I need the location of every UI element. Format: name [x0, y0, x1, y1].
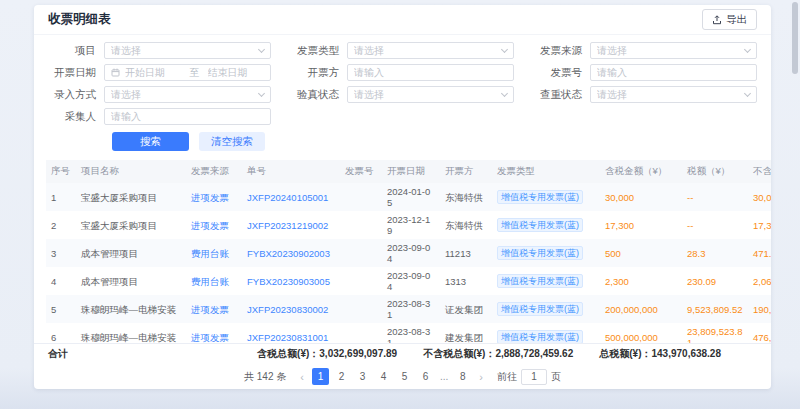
invoice-type-tag: 增值税专用发票(蓝)	[497, 246, 583, 260]
invoice-type-tag: 增值税专用发票(蓝)	[497, 302, 583, 316]
page-title: 收票明细表	[48, 11, 111, 28]
invoice-date-range-picker[interactable]: 开始日期 至 结束日期	[104, 64, 271, 81]
project-select[interactable]: 请选择	[104, 42, 271, 59]
cell-invoice-source-link[interactable]: 进项发票	[186, 323, 242, 343]
invoice-table-wrap: 序号 项目名称 发票来源 单号 发票号 开票日期 开票方 发票类型 含税金额（¥…	[34, 158, 771, 343]
cell-order-no-link[interactable]: JXFP20240105001	[242, 183, 340, 211]
page-ellipsis: ...	[438, 371, 450, 382]
invoice-type-label: 发票类型	[291, 44, 347, 58]
cell-payer: 东海特供	[440, 183, 492, 211]
cell-invoice-source-link[interactable]: 费用台账	[186, 267, 242, 295]
dup-status-label: 查重状态	[534, 88, 590, 102]
invoice-no-label: 发票号	[534, 66, 590, 80]
export-button[interactable]: 导出	[702, 9, 757, 30]
page-list: 123456...8	[312, 368, 471, 385]
invoice-detail-panel: 收票明细表 导出 项目 请选择 发票类型 请选择	[34, 5, 771, 389]
cell-order-no-link[interactable]: FYBX20230902003	[242, 239, 340, 267]
table-row[interactable]: 1宝盛大厦采购项目进项发票JXFP202401050012024-01-05东海…	[46, 183, 771, 211]
payer-input[interactable]	[347, 64, 514, 81]
cell-index: 1	[46, 183, 76, 211]
filter-area: 项目 请选择 发票类型 请选择 发票来源 请选择	[34, 35, 771, 158]
page-button-5[interactable]: 5	[396, 368, 413, 385]
invoice-no-input[interactable]	[590, 64, 757, 81]
filter-invoice-date: 开票日期 开始日期 至 结束日期	[48, 64, 271, 81]
page-button-2[interactable]: 2	[333, 368, 350, 385]
filter-invoice-no: 发票号	[534, 64, 757, 81]
col-invoice-date: 开票日期	[382, 160, 440, 183]
table-row[interactable]: 6珠穆朗玛峰—电梯安装进项发票JXFP202308310012023-08-31…	[46, 323, 771, 343]
pagination-total: 共 142 条	[244, 370, 286, 384]
total-tax: 总税额(¥)：143,970,638.28	[599, 347, 721, 361]
summary-row: 合计 含税总额(¥)：3,032,699,097.89 不含税总额(¥)：2,8…	[34, 343, 771, 364]
pagination-bar: 共 142 条 ‹ 123456...8 › 前往 页	[34, 364, 771, 389]
cell-index: 6	[46, 323, 76, 343]
verify-status-select[interactable]: 请选择	[347, 86, 514, 103]
invoice-type-select-placeholder: 请选择	[354, 44, 502, 58]
cell-invoice-source-link[interactable]: 进项发票	[186, 295, 242, 323]
cell-invoice-source-link[interactable]: 进项发票	[186, 211, 242, 239]
invoice-type-tag: 增值税专用发票(蓝)	[497, 218, 583, 232]
cell-amount-incl-tax: 500	[600, 239, 682, 267]
page-button-4[interactable]: 4	[375, 368, 392, 385]
filter-entry-method: 录入方式 请选择	[48, 86, 271, 103]
page-button-6[interactable]: 6	[417, 368, 434, 385]
page-button-3[interactable]: 3	[354, 368, 371, 385]
page-scrollbar[interactable]	[792, 2, 798, 407]
col-project-name: 项目名称	[76, 160, 186, 183]
export-button-label: 导出	[726, 13, 747, 27]
entry-method-select[interactable]: 请选择	[104, 86, 271, 103]
page-button-8[interactable]: 8	[454, 368, 471, 385]
table-row[interactable]: 3成本管理项目费用台账FYBX202309020032023-09-041121…	[46, 239, 771, 267]
next-page-button[interactable]: ›	[476, 371, 486, 383]
cell-invoice-type: 增值税专用发票(蓝)	[492, 295, 600, 323]
clear-search-button[interactable]: 清空搜索	[199, 132, 265, 151]
cell-invoice-date: 2023-09-04	[382, 239, 440, 267]
chevron-down-icon	[501, 89, 508, 96]
filter-invoice-source: 发票来源 请选择	[534, 42, 757, 59]
cell-invoice-no	[340, 183, 382, 211]
invoice-type-tag: 增值税专用发票(蓝)	[497, 330, 583, 343]
chevron-down-icon	[258, 89, 265, 96]
prev-page-button[interactable]: ‹	[297, 371, 307, 383]
page-button-1[interactable]: 1	[312, 368, 329, 385]
cell-invoice-date: 2023-09-04	[382, 267, 440, 295]
cell-invoice-source-link[interactable]: 费用台账	[186, 239, 242, 267]
invoice-source-select[interactable]: 请选择	[590, 42, 757, 59]
cell-amount-excl-tax: 190,476,190.48	[748, 295, 771, 323]
collector-input[interactable]	[104, 108, 271, 125]
cell-invoice-no	[340, 295, 382, 323]
col-payer: 开票方	[440, 160, 492, 183]
cell-invoice-date: 2023-08-31	[382, 323, 440, 343]
cell-order-no-link[interactable]: JXFP20231219002	[242, 211, 340, 239]
date-end-placeholder: 结束日期	[208, 66, 265, 80]
cell-tax: 23,809,523.81	[682, 323, 748, 343]
dup-status-select[interactable]: 请选择	[590, 86, 757, 103]
dup-status-select-placeholder: 请选择	[597, 88, 745, 102]
cell-tax: 230.09	[682, 267, 748, 295]
col-invoice-source: 发票来源	[186, 160, 242, 183]
cell-amount-incl-tax: 2,300	[600, 267, 682, 295]
date-separator: 至	[182, 66, 208, 80]
cell-invoice-date: 2023-12-19	[382, 211, 440, 239]
verify-status-label: 验真状态	[291, 88, 347, 102]
table-row[interactable]: 2宝盛大厦采购项目进项发票JXFP202312190022023-12-19东海…	[46, 211, 771, 239]
cell-amount-incl-tax: 17,300	[600, 211, 682, 239]
payer-label: 开票方	[291, 66, 347, 80]
cell-amount-incl-tax: 200,000,000	[600, 295, 682, 323]
search-button[interactable]: 搜索	[112, 132, 189, 151]
cell-invoice-source-link[interactable]: 进项发票	[186, 183, 242, 211]
cell-order-no-link[interactable]: JXFP20230830002	[242, 295, 340, 323]
cell-order-no-link[interactable]: JXFP20230831001	[242, 323, 340, 343]
scrollbar-thumb[interactable]	[792, 2, 798, 74]
invoice-type-select[interactable]: 请选择	[347, 42, 514, 59]
table-row[interactable]: 4成本管理项目费用台账FYBX202309030052023-09-041313…	[46, 267, 771, 295]
goto-page-input[interactable]	[521, 369, 547, 385]
filter-actions: 搜索 清空搜索	[48, 132, 757, 151]
table-row[interactable]: 5珠穆朗玛峰—电梯安装进项发票JXFP202308300022023-08-31…	[46, 295, 771, 323]
cell-tax: 28.3	[682, 239, 748, 267]
invoice-type-tag: 增值税专用发票(蓝)	[497, 190, 583, 204]
cell-order-no-link[interactable]: FYBX20230903005	[242, 267, 340, 295]
cell-amount-excl-tax: 476,190,476.19	[748, 323, 771, 343]
date-start-placeholder: 开始日期	[125, 66, 182, 80]
goto-label: 前往	[497, 370, 517, 384]
